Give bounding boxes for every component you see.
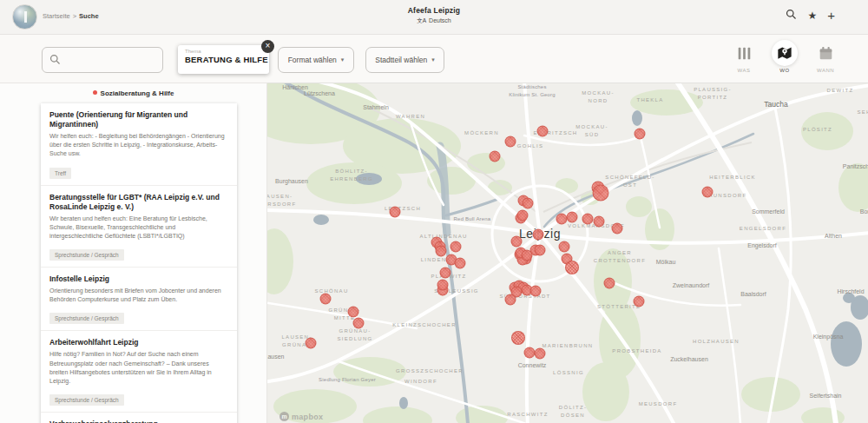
tab-was-label: WAS <box>727 68 760 73</box>
filter-bar: Thema BERATUNG & HILFE × Format wählen ▾… <box>0 35 868 83</box>
result-title: Verbraucherinsolvenzberatung <box>49 420 228 423</box>
tab-wo-label: WO <box>768 68 801 73</box>
chevron-down-icon: ▾ <box>431 56 435 63</box>
result-item[interactable]: Verbraucherinsolvenzberatung Beratung un… <box>41 413 237 423</box>
result-item[interactable]: Infostelle Leipzig Orientierung besonder… <box>41 268 237 331</box>
result-description: Wir beraten und helfen euch: Eine Beratu… <box>49 215 228 241</box>
map-marker[interactable] <box>594 216 605 228</box>
map-marker[interactable] <box>582 214 594 225</box>
category-dot-icon <box>93 90 97 95</box>
map-marker[interactable] <box>593 185 609 202</box>
map-marker[interactable] <box>517 210 529 221</box>
map[interactable]: HänichenLützschenaStahmelnWAHRENMÖCKERNE… <box>267 83 868 423</box>
result-title: Arbeiterwohlfahrt Leipzig <box>49 338 228 347</box>
category-label: Sozialberatung & Hilfe <box>101 89 174 97</box>
result-tag: Sprechstunde / Gespräch <box>49 249 124 261</box>
title-block: Afeefa Leipzig 文ADeutsch <box>0 6 868 25</box>
tab-wo[interactable]: WO <box>768 40 801 73</box>
theme-chip-label: Thema <box>185 49 262 54</box>
translate-icon: 文A <box>417 17 426 23</box>
map-marker[interactable] <box>348 307 359 318</box>
map-pin-icon <box>777 45 792 61</box>
tab-was[interactable]: WAS <box>727 40 760 73</box>
format-dropdown-label: Format wählen <box>288 56 337 64</box>
map-marker[interactable] <box>565 261 579 274</box>
results-card: Puente (Orientierung für Migranten und M… <box>41 103 237 423</box>
result-tag: Sprechstunde / Gespräch <box>49 394 124 406</box>
map-marker[interactable] <box>511 331 525 345</box>
map-marker[interactable] <box>320 294 332 305</box>
tab-wann[interactable]: WANN <box>809 40 842 73</box>
map-marker[interactable] <box>635 129 646 140</box>
map-marker[interactable] <box>567 212 578 223</box>
theme-filter-chip[interactable]: Thema BERATUNG & HILFE × <box>178 45 269 74</box>
results-panel: Sozialberatung & Hilfe Puente (Orientier… <box>0 83 267 423</box>
map-marker[interactable] <box>450 241 462 253</box>
map-marker[interactable] <box>522 250 533 261</box>
map-attribution[interactable]: m mapbox <box>279 412 323 421</box>
map-marker[interactable] <box>533 229 544 241</box>
district-dropdown[interactable]: Stadtteil wählen ▾ <box>365 47 444 73</box>
map-marker[interactable] <box>537 126 549 137</box>
results-list: Puente (Orientierung für Migranten und M… <box>41 103 237 423</box>
map-marker[interactable] <box>505 136 516 148</box>
page-title: Afeefa Leipzig <box>0 6 868 15</box>
result-description: Hilfe nötig? Familien in Not? Auf der Su… <box>49 350 228 386</box>
map-marker[interactable] <box>634 296 645 307</box>
result-title: Infostelle Leipzig <box>49 274 228 284</box>
search-input-icon <box>49 54 61 65</box>
result-item[interactable]: Puente (Orientierung für Migranten und M… <box>41 103 237 186</box>
map-marker[interactable] <box>490 151 501 162</box>
format-dropdown[interactable]: Format wählen ▾ <box>278 47 354 73</box>
map-marker[interactable] <box>436 246 447 257</box>
close-icon[interactable]: × <box>261 40 274 53</box>
language-label: Deutsch <box>429 17 451 23</box>
map-marker[interactable] <box>523 198 534 209</box>
result-title: Puente (Orientierung für Migranten und M… <box>49 110 228 129</box>
district-dropdown-label: Stadtteil wählen <box>375 56 427 64</box>
favorites-star-icon[interactable]: ★ <box>807 10 817 22</box>
mapbox-logo-text: mapbox <box>292 413 323 421</box>
result-description: Orientierung besonders mit Briefen vom J… <box>49 287 228 304</box>
map-marker[interactable] <box>535 348 546 360</box>
view-switcher: WAS WO WANN <box>727 40 842 73</box>
map-marker[interactable] <box>604 278 615 289</box>
theme-chip-value: BERATUNG & HILFE <box>185 55 262 64</box>
mapbox-logo-icon: m <box>279 412 289 421</box>
map-marker[interactable] <box>390 207 401 218</box>
result-description: Wir helfen euch: - Begleitung bei Behörd… <box>49 132 228 158</box>
header: Startseite>Suche Afeefa Leipzig 文ADeutsc… <box>0 0 868 35</box>
add-entry-icon[interactable]: + <box>827 10 835 22</box>
map-marker[interactable] <box>530 286 542 297</box>
list-columns-icon <box>737 46 752 61</box>
calendar-icon <box>819 46 833 61</box>
map-marker[interactable] <box>535 245 546 256</box>
header-icons: ★ + <box>786 9 835 23</box>
result-tag: Sprechstunde / Gespräch <box>49 313 124 324</box>
result-item[interactable]: Arbeiterwohlfahrt Leipzig Hilfe nötig? F… <box>41 331 237 413</box>
map-marker[interactable] <box>306 338 317 349</box>
result-tag: Treff <box>49 168 71 179</box>
map-marker[interactable] <box>353 318 365 329</box>
chevron-down-icon: ▾ <box>341 56 345 63</box>
map-marker[interactable] <box>556 214 568 225</box>
search-icon[interactable] <box>786 9 797 23</box>
map-marker[interactable] <box>505 294 516 306</box>
result-title: Beratungsstelle für LGBT* (RAA Leipzig e… <box>49 193 228 212</box>
tab-wann-label: WANN <box>809 68 842 73</box>
map-marker[interactable] <box>455 258 466 269</box>
map-marker[interactable] <box>559 241 570 253</box>
search-box[interactable] <box>42 47 163 73</box>
result-item[interactable]: Beratungsstelle für LGBT* (RAA Leipzig e… <box>41 186 237 268</box>
map-marker[interactable] <box>511 236 523 248</box>
map-marker[interactable] <box>437 280 449 291</box>
search-input[interactable] <box>65 49 159 71</box>
map-marker[interactable] <box>702 187 713 198</box>
map-marker[interactable] <box>612 223 623 235</box>
map-marker[interactable] <box>440 268 451 279</box>
category-header: Sozialberatung & Hilfe <box>0 89 266 97</box>
language-switcher[interactable]: 文ADeutsch <box>0 17 868 25</box>
